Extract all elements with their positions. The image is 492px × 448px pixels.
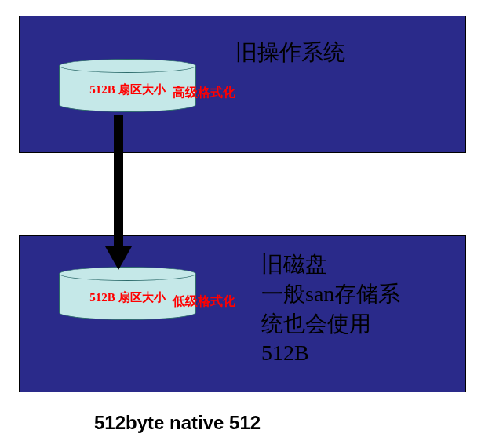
- diagram-caption: 512byte native 512: [94, 412, 261, 434]
- bottom-format-label: 低级格式化: [173, 293, 235, 310]
- bottom-title-line1: 旧磁盘: [261, 252, 327, 276]
- arrow-shaft: [114, 115, 123, 248]
- bottom-title-line3: 统也会使用: [261, 311, 371, 336]
- arrow-down: [108, 115, 129, 271]
- cylinder-top-ellipse: [59, 59, 196, 73]
- arrow-head-icon: [105, 246, 132, 270]
- top-box-title: 旧操作系统: [235, 38, 345, 67]
- bottom-box-title: 旧磁盘 一般san存储系 统也会使用 512B: [261, 249, 457, 368]
- top-format-label: 高级格式化: [173, 85, 235, 101]
- bottom-title-line2: 一般san存储系: [261, 282, 400, 306]
- bottom-title-line4: 512B: [261, 341, 309, 365]
